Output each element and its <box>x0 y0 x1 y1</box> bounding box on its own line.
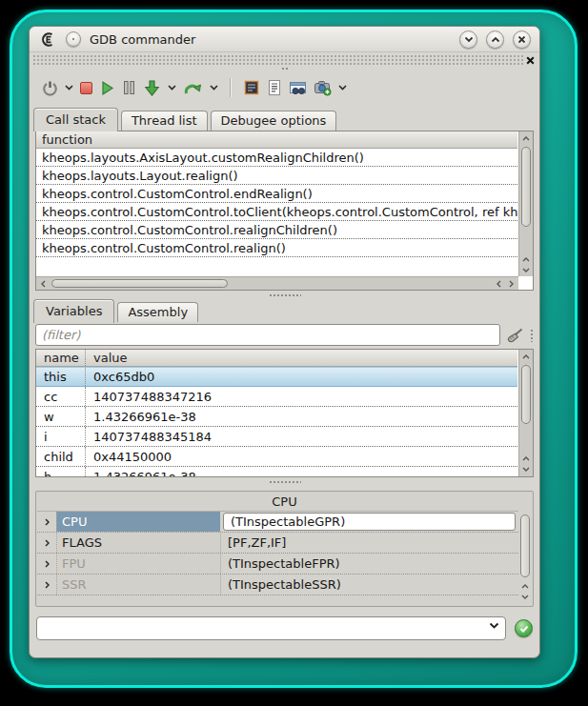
cpu-panel-title: CPU <box>36 492 533 511</box>
callstack-row[interactable]: kheops.control.CustomControl.toClient(kh… <box>36 203 517 221</box>
scrollbar-thumb[interactable] <box>521 147 531 227</box>
splitter-handle[interactable] <box>30 291 539 299</box>
register-group-name[interactable]: CPU <box>56 512 220 532</box>
callstack-row[interactable]: kheops.control.CustomControl.endRealign(… <box>36 185 517 203</box>
cpu-row[interactable]: FPU (TInspectableFPR) <box>37 554 518 575</box>
variables-panel: name value this 0xc65db0 cc 140737488347… <box>35 349 534 477</box>
combobox-dropdown-icon[interactable] <box>489 622 499 630</box>
callstack-row[interactable]: kheops.layouts.Layout.realign() <box>36 167 517 185</box>
variable-row[interactable]: h 1.43266961e-38 <box>36 467 517 477</box>
scroll-up-icon[interactable] <box>519 132 532 144</box>
filter-input[interactable] <box>35 324 500 346</box>
tab-variables[interactable]: Variables <box>33 299 114 323</box>
callstack-row[interactable]: kheops.layouts.AxisLayout.customRealignC… <box>36 149 517 167</box>
step-into-button[interactable] <box>143 79 161 97</box>
callstack-tabbar: Call stack Thread list Debugee options <box>33 108 539 131</box>
debug-toolbar <box>30 73 539 102</box>
step-over-button[interactable] <box>183 79 203 96</box>
memory-core-button[interactable] <box>243 79 260 96</box>
tab-thread-list[interactable]: Thread list <box>121 111 208 131</box>
cpu-grid: CPU (TInspectableGPR) FLAGS [PF,ZF,IF] F… <box>37 511 518 595</box>
expand-icon[interactable] <box>37 512 56 532</box>
variable-value: 140737488347216 <box>86 390 212 404</box>
send-command-button[interactable] <box>515 619 533 637</box>
scroll-down-icon[interactable] <box>519 264 532 275</box>
variable-row[interactable]: i 140737488345184 <box>36 427 517 447</box>
dock-close-icon[interactable] <box>524 54 536 66</box>
power-dropdown-icon[interactable] <box>65 85 73 91</box>
variable-row[interactable]: cc 140737488347216 <box>36 387 517 407</box>
variables-header: name value <box>36 350 517 367</box>
variable-value: 140737488345184 <box>86 430 212 444</box>
titlebar[interactable]: GDB commander <box>30 27 539 52</box>
callstack-row[interactable]: kheops.control.CustomControl.realignChil… <box>36 221 517 239</box>
scroll-left-icon[interactable] <box>37 278 50 290</box>
expand-icon[interactable] <box>37 554 56 574</box>
inspector-tabbar: Variables Assembly <box>33 299 539 322</box>
variables-vertical-scrollbar[interactable] <box>518 350 533 476</box>
maximize-button[interactable] <box>486 30 504 49</box>
callstack-rows: kheops.layouts.AxisLayout.customRealignC… <box>36 149 517 257</box>
gdb-command-input[interactable] <box>37 617 505 639</box>
pause-button[interactable] <box>122 80 136 95</box>
register-group-name[interactable]: FLAGS <box>56 533 220 553</box>
stop-button[interactable] <box>80 82 92 94</box>
register-group-name[interactable]: FPU <box>56 554 220 574</box>
scrollbar-thumb[interactable] <box>520 514 530 577</box>
step-over-dropdown-icon[interactable] <box>210 85 218 91</box>
callstack-row[interactable]: kheops.control.CustomControl.realign() <box>36 239 517 257</box>
watch-window-button[interactable] <box>289 80 307 96</box>
filter-row <box>35 324 534 346</box>
clear-filter-icon[interactable] <box>506 327 524 344</box>
variable-value: 0x44150000 <box>86 450 172 464</box>
register-value: (TInspectableSSR) <box>220 575 518 595</box>
variable-row[interactable]: w 1.43266961e-38 <box>36 407 517 427</box>
expand-icon[interactable] <box>37 533 56 553</box>
variable-name: h <box>36 467 86 477</box>
window-title: GDB commander <box>90 32 195 47</box>
window-menu-button[interactable] <box>66 31 81 47</box>
cpu-row[interactable]: FLAGS [PF,ZF,IF] <box>37 533 518 554</box>
variable-row[interactable]: this 0xc65db0 <box>36 367 517 387</box>
run-button[interactable] <box>99 80 115 96</box>
scroll-right-icon[interactable] <box>505 278 517 290</box>
toolbar-grip[interactable] <box>281 67 289 71</box>
add-snapshot-button[interactable] <box>314 79 332 96</box>
variable-row[interactable]: child 0x44150000 <box>36 447 517 467</box>
cpu-row[interactable]: CPU (TInspectableGPR) <box>37 512 518 533</box>
register-group-name[interactable]: SSR <box>56 575 220 595</box>
scroll-left-icon[interactable] <box>493 278 505 290</box>
variable-name: cc <box>36 387 86 406</box>
command-bar <box>36 616 533 640</box>
log-output-button[interactable] <box>267 79 282 96</box>
cpu-vertical-scrollbar[interactable] <box>519 513 531 602</box>
tab-debugee-options[interactable]: Debugee options <box>211 111 337 131</box>
panel-grip[interactable] <box>530 329 534 342</box>
column-header-value[interactable]: value <box>86 351 128 365</box>
shade-button[interactable] <box>459 30 477 49</box>
scroll-up-icon[interactable] <box>519 351 532 362</box>
gdb-command-combobox[interactable] <box>36 616 506 640</box>
cpu-row[interactable]: SSR (TInspectableSSR) <box>37 575 518 595</box>
variable-name: w <box>36 407 86 426</box>
add-snapshot-dropdown-icon[interactable] <box>338 85 347 91</box>
register-value-editor[interactable]: (TInspectableGPR) <box>223 513 516 531</box>
expand-icon[interactable] <box>37 575 56 595</box>
scrollbar-thumb[interactable] <box>51 279 228 288</box>
callstack-vertical-scrollbar[interactable] <box>518 131 533 276</box>
power-button[interactable] <box>42 80 58 96</box>
tab-assembly[interactable]: Assembly <box>117 302 198 322</box>
cpu-panel: CPU CPU (TInspectableGPR) FLAGS [PF,ZF,I… <box>35 491 534 607</box>
tab-call-stack[interactable]: Call stack <box>33 108 118 131</box>
column-header-name[interactable]: name <box>36 350 86 366</box>
splitter-handle[interactable] <box>30 477 539 486</box>
scroll-down-icon[interactable] <box>518 591 531 602</box>
close-button[interactable] <box>513 30 531 49</box>
scroll-down-icon[interactable] <box>519 463 532 474</box>
callstack-horizontal-scrollbar[interactable] <box>36 276 518 290</box>
dock-titlebar[interactable] <box>32 54 537 66</box>
callstack-column-header[interactable]: function <box>36 131 517 149</box>
variables-rows: this 0xc65db0 cc 140737488347216 w 1.432… <box>36 367 517 477</box>
step-into-dropdown-icon[interactable] <box>168 85 176 91</box>
scrollbar-thumb[interactable] <box>521 365 531 424</box>
